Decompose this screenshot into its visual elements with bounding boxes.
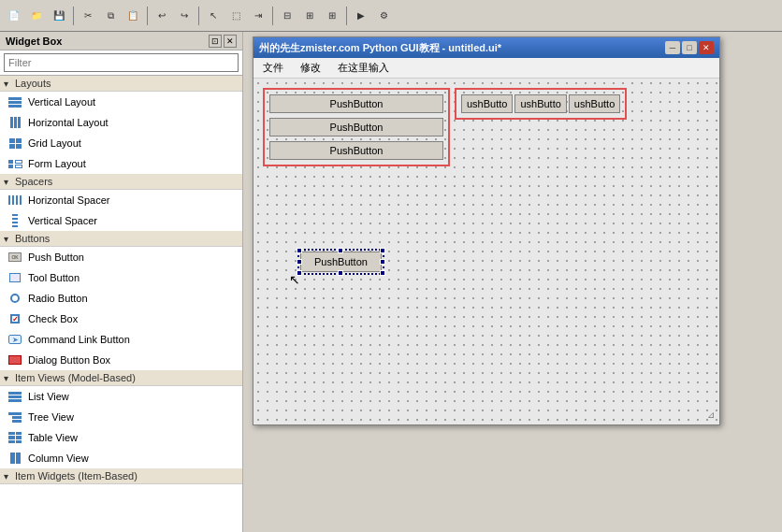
main-area: Widget Box ⊡ ✕ Layouts Vertical Layout	[0, 32, 782, 532]
radio-button-icon	[7, 291, 22, 306]
sidebar-item-command-link[interactable]: ➤ Command Link Button	[0, 329, 242, 350]
grid-layout-icon	[7, 136, 22, 151]
window-buttons: ─ □ ✕	[665, 41, 714, 54]
sidebar-item-radio-button[interactable]: Radio Button	[0, 288, 242, 309]
sidebar-item-vertical-layout[interactable]: Vertical Layout	[0, 92, 242, 112]
list-view-label: List View	[28, 391, 69, 402]
command-link-label: Command Link Button	[28, 334, 130, 345]
sidebar-item-push-button[interactable]: OK Push Button	[0, 247, 242, 267]
widget-box-title: Widget Box ⊡ ✕	[0, 32, 242, 50]
handle-tr[interactable]	[380, 248, 385, 253]
section-item-widgets[interactable]: Item Widgets (Item-Based)	[0, 468, 242, 484]
grid-btn-1[interactable]: ushButto	[461, 94, 513, 113]
sidebar-item-horizontal-spacer[interactable]: Horizontal Spacer	[0, 190, 242, 210]
toolbar-new[interactable]: 📄	[4, 6, 24, 26]
sidebar-item-column-view[interactable]: Column View	[0, 448, 242, 468]
handle-bl[interactable]	[297, 270, 302, 276]
designer-titlebar: 州的先生zmister.com Python GUI教程 - untitled.…	[253, 37, 719, 58]
toolbar-tab-order[interactable]: ⇥	[248, 6, 268, 26]
toolbar-widget[interactable]: ⬚	[225, 6, 246, 26]
minimize-button[interactable]: ─	[665, 41, 680, 54]
radio-button-label: Radio Button	[28, 293, 88, 304]
widget-box-title-label: Widget Box	[6, 36, 62, 47]
spacer-v-icon	[7, 213, 22, 228]
section-layouts[interactable]: Layouts	[0, 76, 242, 92]
sidebar-item-horizontal-layout[interactable]: Horizontal Layout	[0, 112, 242, 133]
right-area: 州的先生zmister.com Python GUI教程 - untitled.…	[243, 32, 782, 532]
widget-box-close-btn[interactable]: ✕	[224, 35, 237, 48]
maximize-button[interactable]: □	[682, 41, 697, 54]
selected-pushbutton[interactable]: PushButton	[300, 252, 382, 272]
menu-edit[interactable]: 修改	[297, 60, 325, 76]
toolbar-layout-grid[interactable]: ⊞	[322, 6, 342, 26]
filter-box	[0, 50, 242, 76]
toolbar-redo[interactable]: ↪	[174, 6, 195, 26]
layout-v-icon	[7, 94, 22, 109]
spacer-h-icon	[7, 193, 22, 208]
sidebar-item-check-box[interactable]: ✓ Check Box	[0, 309, 242, 329]
push-button-icon: OK	[7, 250, 22, 265]
toolbar-layout-h[interactable]: ⊟	[277, 6, 297, 26]
section-spacers[interactable]: Spacers	[0, 174, 242, 190]
check-box-icon: ✓	[7, 311, 22, 326]
designer-menubar: 文件 修改 在这里输入	[253, 58, 719, 79]
handle-mr[interactable]	[380, 259, 385, 265]
form-pushbutton-2[interactable]: PushButton	[269, 118, 443, 137]
tree-view-icon	[7, 410, 22, 424]
toolbar-layout-v[interactable]: ⊞	[299, 6, 320, 26]
toolbar-preview[interactable]: ▶	[351, 6, 371, 26]
column-view-label: Column View	[28, 453, 89, 464]
designer-canvas[interactable]: PushButton PushButton PushButton ushButt…	[253, 79, 719, 424]
horizontal-spacer-label: Horizontal Spacer	[28, 194, 109, 206]
toolbar: 📄 📁 💾 ✂ ⧉ 📋 ↩ ↪ ↖ ⬚ ⇥ ⊟ ⊞ ⊞ ▶ ⚙	[0, 0, 782, 32]
handle-ml[interactable]	[297, 259, 302, 265]
widget-box-float-btn[interactable]: ⊡	[209, 35, 222, 48]
tree-view-label: Tree View	[28, 411, 74, 423]
designer-title: 州的先生zmister.com Python GUI教程 - untitled.…	[259, 41, 501, 55]
vertical-layout-label: Vertical Layout	[28, 96, 95, 108]
handle-br[interactable]	[380, 270, 385, 276]
table-view-icon	[7, 430, 22, 445]
widget-box: Widget Box ⊡ ✕ Layouts Vertical Layout	[0, 32, 243, 532]
handle-tl[interactable]	[297, 248, 302, 253]
form-layout-label: Form Layout	[28, 158, 86, 169]
tool-button-label: Tool Button	[28, 272, 80, 283]
sidebar-item-tree-view[interactable]: Tree View	[0, 407, 242, 427]
vertical-spacer-label: Vertical Spacer	[28, 215, 97, 226]
toolbar-copy[interactable]: ⧉	[100, 6, 121, 26]
toolbar-save[interactable]: 💾	[49, 6, 69, 26]
command-link-icon: ➤	[7, 332, 22, 347]
filter-input[interactable]	[4, 53, 239, 72]
sidebar-item-tool-button[interactable]: Tool Button	[0, 267, 242, 288]
grid-btn-3[interactable]: ushButto	[569, 94, 620, 113]
check-box-label: Check Box	[28, 313, 78, 324]
column-view-icon	[7, 451, 22, 466]
dialog-button-label: Dialog Button Box	[28, 354, 110, 366]
sidebar-item-form-layout[interactable]: Form Layout	[0, 153, 242, 174]
layout-h-icon	[7, 115, 22, 130]
section-buttons[interactable]: Buttons	[0, 231, 242, 247]
sidebar-item-dialog-button[interactable]: Dialog Button Box	[0, 350, 242, 370]
form-pushbutton-1[interactable]: PushButton	[269, 94, 443, 113]
close-button[interactable]: ✕	[699, 41, 714, 54]
grid-btn-2[interactable]: ushButto	[514, 94, 566, 113]
form-pushbutton-3[interactable]: PushButton	[269, 141, 443, 160]
toolbar-settings[interactable]: ⚙	[373, 6, 394, 26]
section-item-views[interactable]: Item Views (Model-Based)	[0, 370, 242, 386]
designer-window: 州的先生zmister.com Python GUI教程 - untitled.…	[253, 36, 720, 425]
handle-tm[interactable]	[338, 248, 343, 253]
toolbar-sep4	[272, 7, 273, 25]
toolbar-pointer[interactable]: ↖	[203, 6, 224, 26]
toolbar-open[interactable]: 📁	[26, 6, 47, 26]
menu-placeholder[interactable]: 在这里输入	[334, 60, 393, 76]
sidebar-item-vertical-spacer[interactable]: Vertical Spacer	[0, 210, 242, 231]
sidebar-item-list-view[interactable]: List View	[0, 386, 242, 407]
toolbar-paste[interactable]: 📋	[123, 6, 143, 26]
sidebar-item-grid-layout[interactable]: Grid Layout	[0, 133, 242, 153]
toolbar-cut[interactable]: ✂	[78, 6, 98, 26]
menu-file[interactable]: 文件	[259, 60, 287, 76]
handle-bm[interactable]	[338, 270, 343, 276]
toolbar-undo[interactable]: ↩	[152, 6, 172, 26]
sidebar-item-table-view[interactable]: Table View	[0, 427, 242, 448]
list-view-icon	[7, 389, 22, 404]
